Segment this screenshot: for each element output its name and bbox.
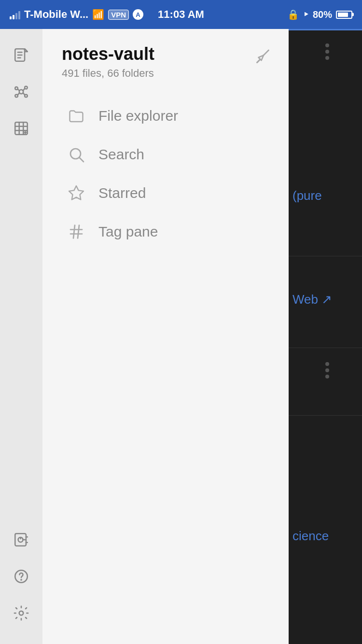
sidebar-icon-settings[interactable] [10, 602, 33, 625]
top-accent-line [289, 29, 362, 30]
vault-header: notes-vault 491 files, 66 folders [62, 43, 274, 80]
signal-bars-icon [10, 10, 20, 19]
lock-icon: 🔒 [287, 9, 299, 20]
vault-meta: 491 files, 66 folders [62, 67, 154, 80]
svg-marker-33 [69, 186, 84, 200]
menu-label-file-explorer: File explorer [98, 108, 178, 124]
sidebar-icon-graph[interactable] [10, 80, 33, 103]
status-bar: T-Mobile W... 📶 VPN A 11:03 AM 🔒 ‣ 80% [0, 0, 362, 29]
drawer-panel: notes-vault 491 files, 66 folders [42, 29, 289, 644]
svg-line-32 [80, 158, 84, 162]
right-snippet-2: Web ↗ [292, 292, 332, 307]
icon-sidebar [0, 29, 42, 644]
avast-icon: A [133, 9, 143, 20]
battery-icon [336, 11, 352, 19]
menu-item-search[interactable]: Search [62, 135, 274, 174]
status-bar-left: T-Mobile W... 📶 VPN A [10, 8, 143, 21]
folder-icon [67, 106, 86, 126]
svg-line-37 [78, 225, 79, 238]
search-icon [67, 145, 86, 164]
carrier-label: T-Mobile W... [24, 8, 88, 21]
location-icon: ‣ [303, 9, 309, 20]
svg-line-10 [18, 89, 20, 91]
main-container: notes-vault 491 files, 66 folders [0, 29, 362, 644]
menu-label-tag-pane: Tag pane [98, 224, 158, 240]
battery-percent: 80% [313, 9, 332, 20]
vpn-badge: VPN [108, 10, 129, 20]
hash-icon [67, 222, 86, 241]
svg-line-12 [23, 93, 25, 95]
vault-info: notes-vault 491 files, 66 folders [62, 43, 154, 80]
menu-item-file-explorer[interactable]: File explorer [62, 97, 274, 135]
right-snippet-3: cience [292, 529, 329, 544]
right-snippet-1: (pure [292, 188, 322, 203]
divider-1 [289, 256, 362, 256]
divider-3 [289, 415, 362, 416]
svg-line-11 [23, 89, 25, 91]
menu-label-search: Search [98, 146, 144, 163]
sidebar-icon-kanban[interactable] [10, 117, 33, 140]
svg-point-30 [19, 611, 24, 616]
menu-item-tag-pane[interactable]: Tag pane [62, 212, 274, 251]
sidebar-bottom-icons [10, 528, 33, 634]
menu-items: File explorer Search [62, 97, 274, 251]
svg-point-29 [21, 579, 21, 580]
svg-line-36 [73, 225, 75, 238]
menu-item-starred[interactable]: Starred [62, 174, 274, 212]
sidebar-top-icons [10, 39, 33, 528]
right-content: (pure Web ↗ cience [289, 29, 362, 644]
divider-2 [289, 348, 362, 348]
svg-line-13 [18, 93, 20, 95]
status-bar-right: 🔒 ‣ 80% [287, 9, 352, 20]
wifi-icon: 📶 [92, 9, 104, 20]
sidebar-icon-file-text[interactable] [10, 43, 33, 67]
sidebar-icon-help[interactable] [10, 565, 33, 588]
pin-button[interactable] [250, 45, 274, 70]
dots-bottom [325, 362, 329, 378]
dots-top [325, 43, 329, 60]
menu-label-starred: Starred [98, 185, 146, 201]
vault-name: notes-vault [62, 43, 154, 64]
time-label: 11:03 AM [158, 8, 204, 21]
star-icon [67, 183, 86, 203]
sidebar-icon-safe[interactable] [10, 528, 33, 551]
